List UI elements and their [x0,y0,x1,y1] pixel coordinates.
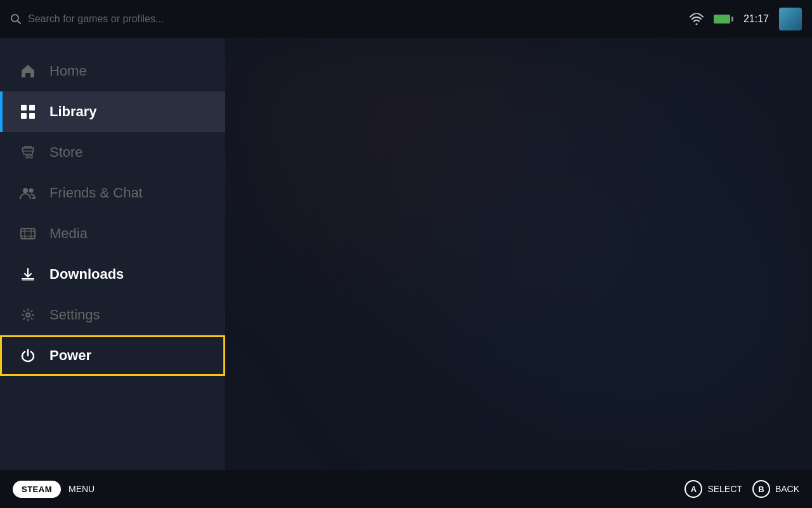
store-icon [19,144,37,161]
back-badge: B BACK [752,480,799,498]
select-badge: A SELECT [684,480,742,498]
sidebar-settings-label: Settings [49,307,100,323]
sidebar-home-label: Home [49,63,87,79]
sidebar-item-media[interactable]: Media [0,213,225,254]
clock: 21:17 [743,13,769,25]
search-icon [10,13,22,25]
sidebar-item-power[interactable]: Power [0,335,225,376]
bottom-bar-right: A SELECT B BACK [684,480,799,498]
sidebar-item-library[interactable]: Library [0,91,225,132]
sidebar-power-label: Power [49,347,91,364]
sidebar-friends-label: Friends & Chat [49,185,143,201]
sidebar: Home Library Store [0,38,225,470]
svg-point-2 [695,23,697,25]
back-label: BACK [775,484,799,494]
svg-point-7 [23,188,28,193]
main-content [225,38,812,470]
header-right: 21:17 [690,8,802,30]
sidebar-item-friends[interactable]: Friends & Chat [0,173,225,213]
sidebar-store-label: Store [49,144,83,161]
sidebar-media-label: Media [49,225,88,242]
b-button[interactable]: B [752,480,770,498]
power-icon [19,347,37,364]
settings-icon [19,306,37,324]
bottom-bar: STEAM MENU A SELECT B BACK [0,470,812,508]
sidebar-item-settings[interactable]: Settings [0,295,225,335]
select-label: SELECT [707,484,742,494]
menu-label: MENU [69,484,95,494]
home-icon [19,62,37,80]
downloads-icon [19,265,37,283]
sidebar-item-store[interactable]: Store [0,132,225,173]
background-overlay [225,38,812,470]
sidebar-item-home[interactable]: Home [0,51,225,91]
svg-rect-3 [21,105,27,110]
avatar[interactable] [779,8,802,30]
search-area[interactable]: Search for games or profiles... [10,13,690,25]
svg-point-8 [29,189,34,193]
library-icon [19,103,37,121]
a-button[interactable]: A [684,480,702,498]
svg-line-1 [18,21,21,24]
sidebar-library-label: Library [49,104,97,120]
battery-icon [714,15,733,23]
sidebar-item-downloads[interactable]: Downloads [0,254,225,295]
friends-icon [19,184,37,202]
steam-button[interactable]: STEAM [13,481,61,498]
search-placeholder: Search for games or profiles... [28,13,164,25]
header: Search for games or profiles... 21:17 [0,0,812,38]
svg-rect-5 [21,113,27,119]
media-icon [19,225,37,243]
wifi-icon [690,13,704,25]
sidebar-downloads-label: Downloads [49,266,124,283]
svg-rect-6 [29,113,35,119]
svg-rect-4 [29,105,35,110]
svg-rect-9 [21,229,35,239]
svg-point-10 [26,313,30,317]
